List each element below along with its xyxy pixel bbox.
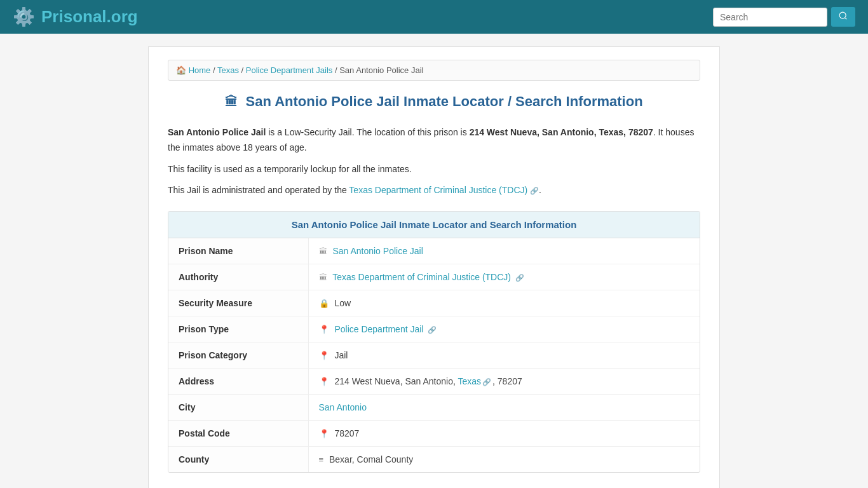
- logo-icon: ⚙️: [13, 6, 35, 27]
- address-text-1: 214 West Nueva, San Antonio,: [334, 376, 458, 386]
- table-row: Prison Type 📍 Police Department Jail 🔗: [168, 316, 700, 342]
- description-line3: This Jail is administrated and operated …: [168, 183, 700, 198]
- description-section: San Antonio Police Jail is a Low-Securit…: [168, 125, 700, 198]
- label-postal: Postal Code: [168, 421, 308, 447]
- info-table-section: San Antonio Police Jail Inmate Locator a…: [168, 211, 700, 473]
- title-icon: 🏛: [225, 95, 238, 109]
- external-icon-desc: 🔗: [530, 187, 539, 194]
- external-icon-authority: 🔗: [515, 274, 524, 281]
- address-link-icon: 🔗: [482, 378, 491, 386]
- label-prison-category: Prison Category: [168, 342, 308, 369]
- city-link[interactable]: San Antonio: [319, 402, 367, 412]
- breadcrumb-type[interactable]: Police Department Jails: [246, 65, 333, 75]
- logo-accent: .org: [107, 7, 138, 26]
- breadcrumb-home[interactable]: Home: [189, 65, 211, 75]
- site-header: ⚙️ Prisonal.org: [0, 0, 868, 34]
- county-icon: ≡: [319, 455, 324, 464]
- logo-area: ⚙️ Prisonal.org: [13, 6, 138, 27]
- postal-value: 78207: [334, 428, 359, 438]
- home-icon: 🏠: [176, 65, 186, 75]
- search-area: [713, 7, 855, 27]
- table-row: Security Measure 🔒 Low: [168, 290, 700, 316]
- prison-type-icon: 📍: [319, 325, 329, 334]
- label-authority: Authority: [168, 264, 308, 290]
- search-icon: [839, 11, 848, 20]
- table-row: Postal Code 📍 78207: [168, 421, 700, 447]
- value-postal: 📍 78207: [308, 421, 700, 447]
- prison-name-link[interactable]: San Antonio Police Jail: [332, 246, 423, 256]
- main-content: 🏠 Home / Texas / Police Department Jails…: [148, 46, 720, 488]
- table-row: City San Antonio: [168, 395, 700, 421]
- security-value: Low: [334, 298, 351, 308]
- prison-name-bold: San Antonio Police Jail: [168, 127, 266, 137]
- table-row: Address 📍 214 West Nueva, San Antonio, T…: [168, 369, 700, 395]
- page-title: 🏛 San Antonio Police Jail Inmate Locator…: [168, 93, 700, 110]
- value-city: San Antonio: [308, 395, 700, 421]
- table-row: Prison Name 🏛 San Antonio Police Jail: [168, 238, 700, 264]
- prison-category-value: Jail: [334, 350, 348, 360]
- address-zip: , 78207: [492, 376, 522, 386]
- county-value: Bexar, Comal County: [329, 454, 413, 464]
- breadcrumb: 🏠 Home / Texas / Police Department Jails…: [168, 60, 700, 81]
- desc-text-3: This Jail is administrated and operated …: [168, 185, 349, 195]
- value-authority: 🏛 Texas Department of Criminal Justice (…: [308, 264, 700, 290]
- label-city: City: [168, 395, 308, 421]
- value-prison-type: 📍 Police Department Jail 🔗: [308, 316, 700, 342]
- table-header: San Antonio Police Jail Inmate Locator a…: [168, 212, 700, 238]
- value-prison-category: 📍 Jail: [308, 342, 700, 369]
- description-line1: San Antonio Police Jail is a Low-Securit…: [168, 125, 700, 156]
- info-table: Prison Name 🏛 San Antonio Police Jail Au…: [168, 238, 700, 472]
- label-prison-name: Prison Name: [168, 238, 308, 264]
- breadcrumb-current: San Antonio Police Jail: [339, 65, 423, 75]
- address-bold: 214 West Nueva, San Antonio, Texas, 7820…: [470, 127, 653, 137]
- authority-link[interactable]: Texas Department of Criminal Justice (TD…: [332, 272, 511, 282]
- prison-type-link-icon: 🔗: [428, 326, 437, 334]
- postal-icon: 📍: [319, 429, 329, 438]
- value-address: 📍 214 West Nueva, San Antonio, Texas🔗, 7…: [308, 369, 700, 395]
- prison-name-icon: 🏛: [319, 247, 327, 256]
- label-county: County: [168, 447, 308, 473]
- page-title-text: San Antonio Police Jail Inmate Locator /…: [246, 93, 643, 109]
- prison-category-icon: 📍: [319, 351, 329, 360]
- authority-icon: 🏛: [319, 273, 327, 282]
- logo-main: Prisonal: [41, 7, 107, 26]
- prison-type-link[interactable]: Police Department Jail: [334, 324, 423, 334]
- value-county: ≡ Bexar, Comal County: [308, 447, 700, 473]
- label-security: Security Measure: [168, 290, 308, 316]
- address-icon: 📍: [319, 377, 329, 386]
- search-input[interactable]: [713, 8, 827, 27]
- breadcrumb-state[interactable]: Texas: [217, 65, 239, 75]
- label-prison-type: Prison Type: [168, 316, 308, 342]
- table-row: Authority 🏛 Texas Department of Criminal…: [168, 264, 700, 290]
- desc-text-4: .: [539, 185, 541, 195]
- tdcj-link-desc[interactable]: Texas Department of Criminal Justice (TD…: [349, 185, 527, 195]
- address-state-link[interactable]: Texas: [458, 376, 481, 386]
- logo-text: Prisonal.org: [41, 7, 138, 27]
- description-line2: This facility is used as a temporarily l…: [168, 162, 700, 177]
- desc-text-1: is a Low-Security Jail. The location of …: [266, 127, 469, 137]
- table-row: County ≡ Bexar, Comal County: [168, 447, 700, 473]
- label-address: Address: [168, 369, 308, 395]
- value-security: 🔒 Low: [308, 290, 700, 316]
- security-icon: 🔒: [319, 299, 329, 308]
- table-row: Prison Category 📍 Jail: [168, 342, 700, 369]
- value-prison-name: 🏛 San Antonio Police Jail: [308, 238, 700, 264]
- search-button[interactable]: [831, 7, 855, 27]
